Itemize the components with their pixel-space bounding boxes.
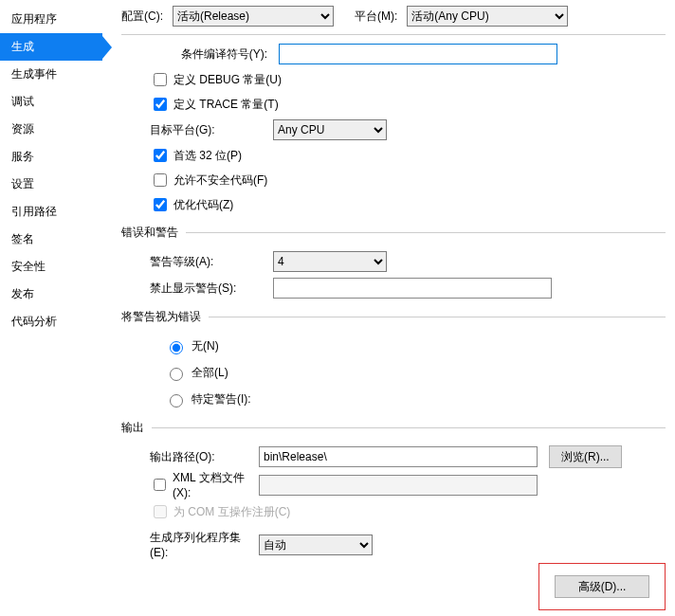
prefer32-label: 首选 32 位(P) xyxy=(173,148,242,164)
warning-level-label: 警告等级(A): xyxy=(150,254,273,270)
sidebar-item-settings[interactable]: 设置 xyxy=(0,171,102,198)
sidebar-item-application[interactable]: 应用程序 xyxy=(0,6,102,33)
unsafe-label: 允许不安全代码(F) xyxy=(173,172,267,189)
sidebar-item-build-events[interactable]: 生成事件 xyxy=(0,61,102,88)
warning-level-select[interactable]: 4 xyxy=(273,251,387,272)
com-interop-label: 为 COM 互操作注册(C) xyxy=(173,504,290,520)
com-interop-checkbox xyxy=(154,505,167,518)
treat-all-label: 全部(L) xyxy=(192,365,228,381)
cond-symbols-input[interactable] xyxy=(279,44,557,64)
define-trace-label: 定义 TRACE 常量(T) xyxy=(173,97,279,113)
divider xyxy=(152,427,666,428)
serialization-select[interactable]: 自动 xyxy=(259,534,373,555)
advanced-button[interactable]: 高级(D)... xyxy=(555,575,649,598)
xml-doc-label: XML 文档文件(X): xyxy=(173,470,259,499)
treat-specific-label: 特定警告(I): xyxy=(192,391,251,408)
main-panel: 配置(C): 活动(Release) 平台(M): 活动(Any CPU) 条件… xyxy=(102,0,675,616)
output-path-label: 输出路径(O): xyxy=(150,449,259,465)
sidebar-item-signing[interactable]: 签名 xyxy=(0,226,102,253)
xml-doc-input xyxy=(259,475,538,496)
sidebar-item-code-analysis[interactable]: 代码分析 xyxy=(0,308,102,335)
optimize-checkbox[interactable] xyxy=(154,198,167,211)
xml-doc-checkbox[interactable] xyxy=(154,479,166,491)
define-trace-checkbox[interactable] xyxy=(154,98,167,111)
treat-none-radio[interactable] xyxy=(170,341,183,354)
prefer32-checkbox[interactable] xyxy=(154,149,167,162)
optimize-label: 优化代码(Z) xyxy=(173,197,233,213)
unsafe-checkbox[interactable] xyxy=(154,173,167,187)
divider xyxy=(209,317,666,317)
sidebar-item-build[interactable]: 生成 xyxy=(0,33,102,61)
suppress-label: 禁止显示警告(S): xyxy=(150,281,273,297)
treat-specific-radio[interactable] xyxy=(170,394,183,408)
define-debug-label: 定义 DEBUG 常量(U) xyxy=(173,72,282,88)
sidebar-item-publish[interactable]: 发布 xyxy=(0,281,102,308)
target-platform-label: 目标平台(G): xyxy=(150,122,273,138)
output-path-input[interactable] xyxy=(259,446,538,467)
suppress-input[interactable] xyxy=(273,278,552,299)
sidebar-item-debug[interactable]: 调试 xyxy=(0,88,102,116)
output-section-title: 输出 xyxy=(121,420,144,436)
sidebar: 应用程序 生成 生成事件 调试 资源 服务 设置 引用路径 签名 安全性 发布 … xyxy=(0,0,102,616)
serialization-label: 生成序列化程序集(E): xyxy=(150,530,259,559)
topbar: 配置(C): 活动(Release) 平台(M): 活动(Any CPU) xyxy=(121,6,666,35)
config-label: 配置(C): xyxy=(121,9,163,25)
errors-section-title: 错误和警告 xyxy=(121,225,178,241)
browse-button[interactable]: 浏览(R)... xyxy=(549,445,622,468)
sidebar-item-services[interactable]: 服务 xyxy=(0,143,102,171)
config-select[interactable]: 活动(Release) xyxy=(173,6,334,27)
treat-section-title: 将警告视为错误 xyxy=(121,309,201,325)
sidebar-item-reference-paths[interactable]: 引用路径 xyxy=(0,198,102,226)
platform-select[interactable]: 活动(Any CPU) xyxy=(407,6,568,27)
define-debug-checkbox[interactable] xyxy=(154,73,167,86)
treat-all-radio[interactable] xyxy=(170,368,183,381)
sidebar-item-security[interactable]: 安全性 xyxy=(0,253,102,281)
divider xyxy=(186,232,666,233)
treat-none-label: 无(N) xyxy=(192,338,219,354)
cond-symbols-label: 条件编译符号(Y): xyxy=(165,46,279,63)
target-platform-select[interactable]: Any CPU xyxy=(273,119,387,140)
sidebar-item-resources[interactable]: 资源 xyxy=(0,116,102,143)
platform-label: 平台(M): xyxy=(355,9,397,25)
advanced-highlight: 高级(D)... xyxy=(538,563,666,610)
